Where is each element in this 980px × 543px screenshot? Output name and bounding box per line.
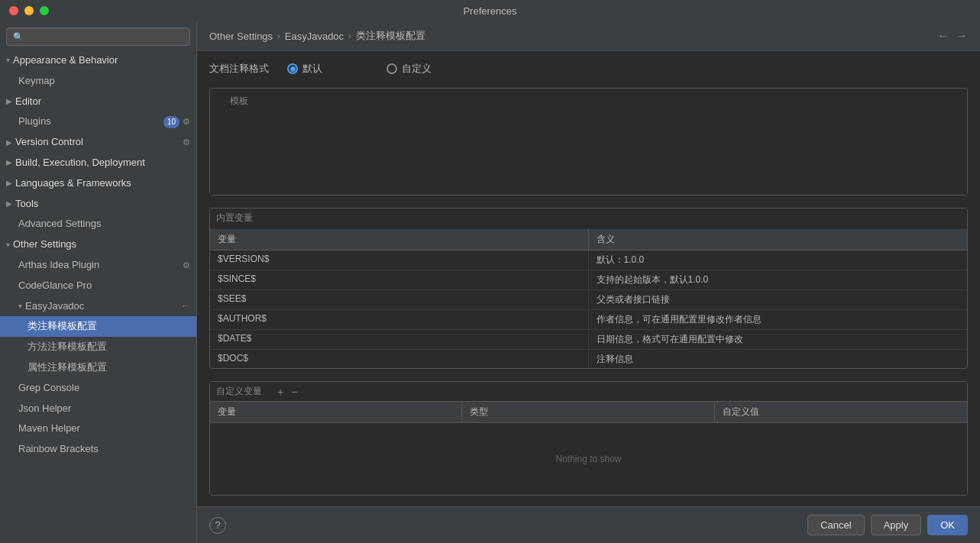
window-title: Preferences <box>463 5 516 17</box>
sidebar-item-version-control[interactable]: ▶ Version Control ⚙ <box>0 132 196 153</box>
sidebar-item-codeglance[interactable]: CodeGlance Pro <box>0 276 196 296</box>
main-content: 🔍 ▾ Appearance & Behavior Keymap ▶ Edito… <box>0 21 980 543</box>
table-header-row: 变量 含义 <box>210 229 967 250</box>
version-control-settings-icon[interactable]: ⚙ <box>183 136 190 150</box>
add-variable-button[interactable]: + <box>274 386 286 397</box>
chevron-icon: ▶ <box>6 177 12 189</box>
table-row: $VERSION$ 默认：1.0.0 <box>210 250 967 270</box>
footer: ? Cancel Apply OK <box>197 506 980 543</box>
sidebar-item-label: Rainbow Brackets <box>18 441 99 457</box>
minimize-button[interactable] <box>24 6 34 15</box>
chevron-icon: ▶ <box>6 95 12 108</box>
sidebar-item-arthas[interactable]: Arthas Idea Plugin ⚙ <box>0 255 196 276</box>
sidebar-item-label: EasyJavadoc <box>25 299 84 315</box>
radio-default-circle[interactable] <box>287 63 298 74</box>
breadcrumb-forward-button[interactable]: → <box>956 29 968 43</box>
sidebar-item-appearance-behavior[interactable]: ▾ Appearance & Behavior <box>0 50 196 71</box>
builtin-var-header: 内置变量 <box>210 208 967 225</box>
builtin-var-title: 内置变量 <box>216 212 253 223</box>
footer-left: ? <box>209 517 226 534</box>
sidebar-item-label: 属性注释模板配置 <box>27 360 107 376</box>
sidebar-item-grep-console[interactable]: Grep Console <box>0 378 196 399</box>
table-cell-desc: 注释信息 <box>589 350 968 369</box>
sidebar-item-label: Arthas Idea Plugin <box>18 257 99 273</box>
sidebar-item-label: 类注释模板配置 <box>27 318 97 335</box>
sidebar-item-build-execution[interactable]: ▶ Build, Execution, Deployment <box>0 153 196 173</box>
custom-var-toolbar: + − <box>274 386 300 397</box>
sidebar-item-other-settings[interactable]: ▾ Other Settings <box>0 234 196 255</box>
breadcrumb-item-3[interactable]: 类注释模板配置 <box>356 29 425 43</box>
breadcrumb-separator-1: › <box>277 31 280 40</box>
table-cell-var: $DOC$ <box>210 350 589 369</box>
sidebar-item-property-annotation[interactable]: 属性注释模板配置 <box>0 357 196 378</box>
radio-custom[interactable]: 自定义 <box>387 62 432 76</box>
breadcrumb-back-button[interactable]: ← <box>937 29 949 43</box>
sidebar-item-label: Maven Helper <box>18 421 80 437</box>
sidebar-item-class-annotation[interactable]: 类注释模板配置 <box>0 316 196 337</box>
plugins-settings-icon[interactable]: ⚙ <box>183 115 190 129</box>
sidebar-item-easyjavadoc[interactable]: ▾ EasyJavadoc ← <box>0 296 196 317</box>
radio-custom-circle[interactable] <box>387 63 397 74</box>
template-area[interactable] <box>210 111 967 195</box>
maximize-button[interactable] <box>40 6 49 15</box>
sidebar-item-label: Other Settings <box>13 237 76 253</box>
radio-default[interactable]: 默认 <box>287 62 322 76</box>
sidebar-item-tools[interactable]: ▶ Tools <box>0 194 196 215</box>
table-cell-var: $AUTHOR$ <box>210 310 589 329</box>
template-section: 模板 <box>209 88 968 196</box>
table-row: $DOC$ 注释信息 <box>210 350 967 369</box>
custom-var-header: 自定义变量 + − <box>210 382 967 401</box>
arthas-settings-icon[interactable]: ⚙ <box>183 259 190 273</box>
chevron-icon: ▶ <box>6 198 12 210</box>
right-panel: Other Settings › EasyJavadoc › 类注释模板配置 ←… <box>197 21 980 543</box>
table-cell-desc: 作者信息，可在通用配置里修改作者信息 <box>589 310 968 329</box>
chevron-icon: ▾ <box>6 54 10 66</box>
sidebar-item-label: 方法注释模板配置 <box>27 339 107 355</box>
custom-var-header-type: 类型 <box>462 402 714 422</box>
doc-format-row: 文档注释格式 默认 自定义 <box>209 62 968 76</box>
table-header-var: 变量 <box>210 229 589 250</box>
sidebar-item-label: Json Helper <box>18 401 71 417</box>
table-cell-var: $DATE$ <box>210 330 589 349</box>
sidebar-item-label: Build, Execution, Deployment <box>15 155 145 171</box>
table-row: $DATE$ 日期信息，格式可在通用配置中修改 <box>210 330 967 350</box>
window-controls <box>9 6 49 15</box>
custom-var-table-header: 变量 类型 自定义值 <box>210 401 967 423</box>
table-row: $AUTHOR$ 作者信息，可在通用配置里修改作者信息 <box>210 310 967 330</box>
sidebar-item-keymap[interactable]: Keymap <box>0 71 196 92</box>
sidebar-item-editor[interactable]: ▶ Editor <box>0 92 196 112</box>
sidebar-item-rainbow-brackets[interactable]: Rainbow Brackets <box>0 439 196 460</box>
sidebar-item-plugins[interactable]: Plugins 10 ⚙ <box>0 112 196 132</box>
table-cell-desc: 日期信息，格式可在通用配置中修改 <box>589 330 968 349</box>
apply-button[interactable]: Apply <box>871 515 922 535</box>
sidebar-item-label: Grep Console <box>18 380 79 396</box>
help-button[interactable]: ? <box>209 517 226 534</box>
breadcrumb: Other Settings › EasyJavadoc › 类注释模板配置 ←… <box>197 21 980 51</box>
ok-button[interactable]: OK <box>927 515 968 535</box>
template-section-label-row: 模板 <box>210 89 967 111</box>
plugins-badge: 10 <box>163 116 180 128</box>
cancel-button[interactable]: Cancel <box>807 515 864 535</box>
search-box[interactable]: 🔍 <box>6 27 190 46</box>
template-section-title: 模板 <box>224 95 254 108</box>
close-button[interactable] <box>9 6 18 15</box>
breadcrumb-item-2[interactable]: EasyJavadoc <box>285 31 344 42</box>
breadcrumb-item-1[interactable]: Other Settings <box>209 31 273 42</box>
table-cell-desc: 默认：1.0.0 <box>589 250 968 270</box>
custom-var-section-title: 自定义变量 <box>216 385 262 398</box>
builtin-var-section: 内置变量 变量 含义 $VERSION$ 默认：1.0.0 $SINCE$ 支持… <box>209 208 968 369</box>
remove-variable-button[interactable]: − <box>288 386 300 397</box>
sidebar-item-languages-frameworks[interactable]: ▶ Languages & Frameworks <box>0 173 196 194</box>
panel-content: 文档注释格式 默认 自定义 模板 内置变量 <box>197 51 980 506</box>
custom-var-header-value: 自定义值 <box>715 402 967 422</box>
table-header-desc: 含义 <box>589 229 968 250</box>
sidebar-item-method-annotation[interactable]: 方法注释模板配置 <box>0 337 196 357</box>
sidebar-item-json-helper[interactable]: Json Helper <box>0 399 196 419</box>
search-input[interactable] <box>27 31 183 42</box>
sidebar-item-maven-helper[interactable]: Maven Helper <box>0 419 196 439</box>
footer-right: Cancel Apply OK <box>807 515 968 535</box>
table-row: $SINCE$ 支持的起始版本，默认1.0.0 <box>210 270 967 290</box>
sidebar-item-advanced-settings[interactable]: Advanced Settings <box>0 214 196 234</box>
nothing-to-show-label: Nothing to show <box>210 423 967 495</box>
doc-format-label: 文档注释格式 <box>209 62 269 76</box>
